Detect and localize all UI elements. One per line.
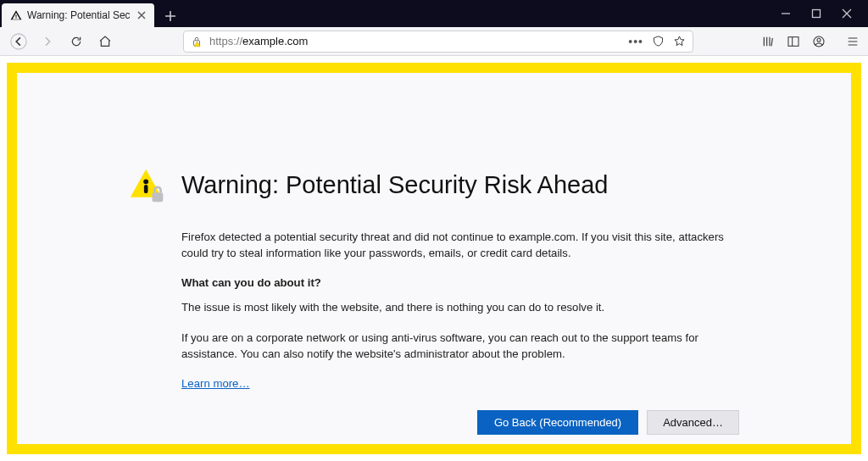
reload-button[interactable] [66, 31, 86, 52]
go-back-button[interactable]: Go Back (Recommended) [477, 410, 638, 435]
browser-window: Warning: Potential Security Risk Ahead [0, 0, 868, 461]
svg-rect-8 [153, 192, 164, 202]
window-close-icon[interactable] [841, 8, 853, 19]
shield-icon[interactable] [652, 35, 665, 47]
nav-toolbar: https://example.com ••• [0, 27, 868, 56]
new-tab-button[interactable] [159, 5, 181, 27]
window-minimize-icon[interactable] [780, 8, 792, 19]
svg-point-1 [11, 33, 26, 48]
svg-rect-0 [813, 10, 821, 18]
back-button[interactable] [8, 31, 29, 52]
forward-button[interactable] [37, 31, 58, 52]
content-area: Warning: Potential Security Risk Ahead F… [0, 56, 868, 461]
bookmark-star-icon[interactable] [673, 35, 686, 47]
warning-icon [10, 9, 22, 21]
security-warning-frame: Warning: Potential Security Risk Ahead F… [7, 63, 861, 454]
svg-rect-7 [144, 185, 148, 193]
svg-point-5 [817, 38, 821, 42]
page-title: Warning: Potential Security Risk Ahead [181, 171, 608, 199]
svg-point-6 [143, 179, 148, 184]
url-prefix: https:// [209, 35, 242, 47]
tab-close-icon[interactable] [136, 9, 147, 21]
svg-rect-3 [788, 36, 798, 46]
warning-paragraph-2: The issue is most likely with the websit… [181, 299, 739, 315]
lock-warning-icon [191, 36, 203, 47]
tab-active[interactable]: Warning: Potential Security Risk Ahead [2, 3, 154, 27]
warning-paragraph-1: Firefox detected a potential security th… [181, 229, 739, 261]
home-button[interactable] [95, 31, 115, 52]
warning-paragraph-3: If you are on a corporate network or usi… [181, 330, 739, 362]
menu-icon[interactable] [846, 35, 860, 48]
advanced-button[interactable]: Advanced… [647, 410, 739, 435]
library-icon[interactable] [761, 35, 775, 48]
warning-subheading: What can you do about it? [181, 275, 739, 291]
url-domain: example.com [242, 35, 308, 47]
page-actions-icon[interactable]: ••• [628, 35, 643, 48]
learn-more-link[interactable]: Learn more… [181, 377, 250, 390]
tab-strip: Warning: Potential Security Risk Ahead [0, 0, 868, 27]
warning-triangle-icon [129, 166, 166, 203]
window-maximize-icon[interactable] [810, 8, 822, 19]
account-icon[interactable] [812, 35, 826, 48]
sidebars-icon[interactable] [787, 35, 800, 48]
window-controls [780, 0, 861, 27]
tab-title: Warning: Potential Security Risk Ahead [27, 9, 131, 21]
url-text: https://example.com [209, 35, 621, 47]
url-bar[interactable]: https://example.com ••• [183, 31, 693, 53]
